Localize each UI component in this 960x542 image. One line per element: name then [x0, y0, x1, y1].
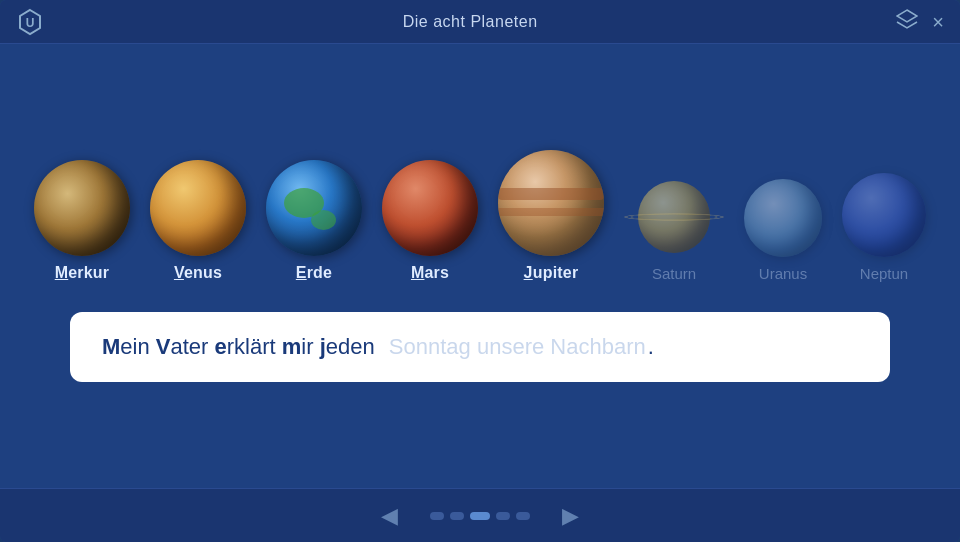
layers-icon[interactable]	[896, 9, 918, 34]
next-button[interactable]: ▶	[550, 499, 591, 533]
nav-dot-5[interactable]	[516, 512, 530, 520]
mnemonic-word-1: Mein	[102, 334, 156, 360]
window-title: Die acht Planeten	[44, 13, 896, 31]
planet-sphere-venus	[150, 160, 246, 256]
planet-label-saturn: Saturn	[652, 265, 696, 282]
mnemonic-text: Mein Vater erklärt mir jeden Sonntag uns…	[102, 334, 654, 360]
planet-item-mars[interactable]: Mars	[382, 160, 478, 282]
prev-button[interactable]: ◀	[369, 499, 410, 533]
planet-label-jupiter: Jupiter	[524, 264, 579, 282]
nav-dot-3[interactable]	[470, 512, 490, 520]
mnemonic-word-4: mir	[282, 334, 320, 360]
svg-text:U: U	[26, 16, 35, 30]
planet-sphere-neptun	[842, 173, 926, 257]
planet-item-erde[interactable]: Erde	[266, 160, 362, 282]
title-bar-right: ×	[896, 9, 944, 34]
title-bar-left: U	[16, 8, 44, 36]
title-bar: U Die acht Planeten ×	[0, 0, 960, 44]
planet-item-venus[interactable]: Venus	[150, 160, 246, 282]
main-window: U Die acht Planeten × Merkur	[0, 0, 960, 542]
planet-label-neptun: Neptun	[860, 265, 908, 282]
main-content: Merkur Venus Erde Mars	[0, 44, 960, 488]
mnemonic-word-3: erklärt	[215, 334, 282, 360]
planet-sphere-erde	[266, 160, 362, 256]
saturn-ring-outer	[624, 213, 724, 221]
nav-dot-2[interactable]	[450, 512, 464, 520]
planet-item-merkur[interactable]: Merkur	[34, 160, 130, 282]
planet-item-jupiter[interactable]: Jupiter	[498, 150, 604, 282]
nav-dot-4[interactable]	[496, 512, 510, 520]
planet-label-uranus: Uranus	[759, 265, 807, 282]
planet-label-merkur: Merkur	[55, 264, 110, 282]
planet-item-uranus[interactable]: Uranus	[744, 179, 822, 282]
nav-dot-1[interactable]	[430, 512, 444, 520]
app-logo-icon: U	[16, 8, 44, 36]
planet-item-saturn[interactable]: Saturn	[624, 177, 724, 282]
bottom-nav: ◀ ▶	[0, 488, 960, 542]
planet-sphere-saturn-wrapper	[624, 177, 724, 257]
planets-row: Merkur Venus Erde Mars	[34, 150, 926, 282]
mnemonic-hidden-text: Sonntag unsere Nachbarn	[389, 334, 646, 360]
mnemonic-period: .	[648, 334, 654, 360]
mnemonic-word-5: jeden	[320, 334, 381, 360]
nav-dots	[430, 512, 530, 520]
planet-label-erde: Erde	[296, 264, 332, 282]
mnemonic-word-2: Vater	[156, 334, 215, 360]
planet-sphere-uranus	[744, 179, 822, 257]
planet-label-mars: Mars	[411, 264, 449, 282]
planet-label-venus: Venus	[174, 264, 222, 282]
mnemonic-bar: Mein Vater erklärt mir jeden Sonntag uns…	[70, 312, 890, 382]
planet-sphere-jupiter	[498, 150, 604, 256]
planet-item-neptun[interactable]: Neptun	[842, 173, 926, 282]
close-button[interactable]: ×	[932, 12, 944, 32]
planet-sphere-merkur	[34, 160, 130, 256]
planet-sphere-mars	[382, 160, 478, 256]
